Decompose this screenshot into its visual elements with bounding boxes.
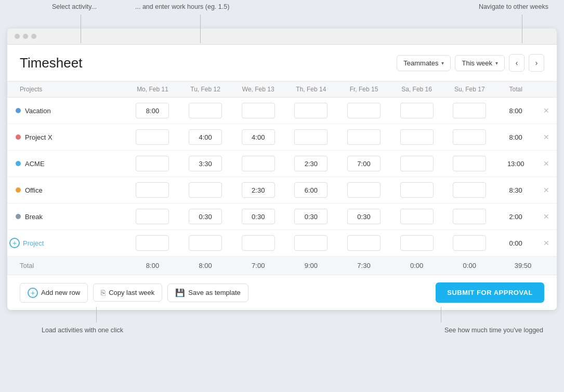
add-new-row-button[interactable]: + Add new row bbox=[20, 283, 88, 303]
prev-week-button[interactable]: ‹ bbox=[509, 54, 524, 72]
remove-row-button-3[interactable]: ✕ bbox=[540, 186, 553, 194]
add-row-remove[interactable]: ✕ bbox=[535, 230, 557, 256]
next-week-button[interactable]: › bbox=[529, 54, 544, 72]
time-cell-r0-d5[interactable] bbox=[390, 98, 443, 124]
time-input-r4-d0[interactable] bbox=[136, 209, 169, 224]
add-time-cell-d4[interactable] bbox=[337, 230, 390, 256]
time-input-r1-d2[interactable] bbox=[242, 129, 275, 145]
time-input-r4-d1[interactable] bbox=[189, 209, 222, 224]
copy-last-week-button[interactable]: ⎘ Copy last week bbox=[93, 283, 162, 302]
time-input-r0-d4[interactable] bbox=[347, 103, 381, 118]
time-input-r0-d6[interactable] bbox=[453, 103, 486, 118]
remove-row-button-2[interactable]: ✕ bbox=[540, 159, 553, 168]
add-time-input-d5[interactable] bbox=[400, 235, 434, 251]
add-time-cell-d6[interactable] bbox=[443, 230, 496, 256]
time-input-r4-d2[interactable] bbox=[242, 209, 275, 224]
week-dropdown[interactable]: This week ▾ bbox=[455, 55, 505, 71]
time-cell-r1-d0[interactable] bbox=[126, 124, 179, 151]
time-input-r3-d0[interactable] bbox=[136, 182, 169, 198]
remove-cell-4[interactable]: ✕ bbox=[535, 204, 557, 230]
time-cell-r2-d5[interactable] bbox=[390, 151, 443, 177]
time-input-r0-d3[interactable] bbox=[294, 103, 327, 118]
time-input-r1-d1[interactable] bbox=[189, 129, 222, 145]
time-cell-r2-d1[interactable] bbox=[179, 151, 232, 177]
time-input-r3-d2[interactable] bbox=[242, 182, 275, 198]
time-cell-r0-d1[interactable] bbox=[179, 98, 232, 124]
remove-cell-2[interactable]: ✕ bbox=[535, 151, 557, 177]
teammates-dropdown[interactable]: Teammates ▾ bbox=[397, 55, 451, 71]
time-cell-r0-d4[interactable] bbox=[337, 98, 390, 124]
time-cell-r3-d1[interactable] bbox=[179, 177, 232, 204]
time-cell-r4-d3[interactable] bbox=[285, 204, 338, 230]
add-time-cell-d1[interactable] bbox=[179, 230, 232, 256]
remove-cell-3[interactable]: ✕ bbox=[535, 177, 557, 204]
time-input-r3-d1[interactable] bbox=[189, 182, 222, 198]
add-project-cell[interactable]: + Project bbox=[7, 230, 126, 256]
time-cell-r0-d0[interactable] bbox=[126, 98, 179, 124]
time-input-r4-d3[interactable] bbox=[294, 209, 327, 224]
time-input-r1-d6[interactable] bbox=[453, 129, 486, 145]
time-cell-r2-d4[interactable] bbox=[337, 151, 390, 177]
time-input-r2-d2[interactable] bbox=[242, 156, 275, 171]
time-input-r0-d5[interactable] bbox=[400, 103, 434, 118]
time-cell-r4-d0[interactable] bbox=[126, 204, 179, 230]
time-cell-r1-d3[interactable] bbox=[285, 124, 338, 151]
add-time-cell-d0[interactable] bbox=[126, 230, 179, 256]
time-cell-r2-d2[interactable] bbox=[232, 151, 285, 177]
remove-row-button-4[interactable]: ✕ bbox=[540, 212, 553, 221]
time-cell-r3-d5[interactable] bbox=[390, 177, 443, 204]
add-time-input-d4[interactable] bbox=[347, 235, 381, 251]
time-input-r4-d6[interactable] bbox=[453, 209, 486, 224]
add-time-cell-d3[interactable] bbox=[285, 230, 338, 256]
time-cell-r2-d3[interactable] bbox=[285, 151, 338, 177]
time-input-r1-d0[interactable] bbox=[136, 129, 169, 145]
time-input-r2-d1[interactable] bbox=[189, 156, 222, 171]
time-cell-r4-d6[interactable] bbox=[443, 204, 496, 230]
time-input-r1-d4[interactable] bbox=[347, 129, 381, 145]
time-input-r1-d3[interactable] bbox=[294, 129, 327, 145]
time-input-r3-d5[interactable] bbox=[400, 182, 434, 198]
add-time-input-d6[interactable] bbox=[453, 235, 486, 251]
time-input-r2-d6[interactable] bbox=[453, 156, 486, 171]
time-cell-r0-d6[interactable] bbox=[443, 98, 496, 124]
time-cell-r4-d4[interactable] bbox=[337, 204, 390, 230]
time-input-r3-d4[interactable] bbox=[347, 182, 381, 198]
time-cell-r0-d2[interactable] bbox=[232, 98, 285, 124]
time-cell-r3-d6[interactable] bbox=[443, 177, 496, 204]
time-cell-r3-d3[interactable] bbox=[285, 177, 338, 204]
time-cell-r1-d1[interactable] bbox=[179, 124, 232, 151]
time-input-r2-d4[interactable] bbox=[347, 156, 381, 171]
time-input-r0-d0[interactable] bbox=[136, 103, 169, 118]
time-cell-r1-d2[interactable] bbox=[232, 124, 285, 151]
time-cell-r4-d1[interactable] bbox=[179, 204, 232, 230]
time-input-r4-d5[interactable] bbox=[400, 209, 434, 224]
time-input-r3-d3[interactable] bbox=[294, 182, 327, 198]
time-cell-r1-d4[interactable] bbox=[337, 124, 390, 151]
time-cell-r3-d4[interactable] bbox=[337, 177, 390, 204]
time-cell-r2-d0[interactable] bbox=[126, 151, 179, 177]
time-input-r0-d1[interactable] bbox=[189, 103, 222, 118]
remove-row-button-0[interactable]: ✕ bbox=[540, 106, 553, 115]
add-time-input-d0[interactable] bbox=[136, 235, 169, 251]
time-cell-r1-d5[interactable] bbox=[390, 124, 443, 151]
time-input-r2-d0[interactable] bbox=[136, 156, 169, 171]
time-cell-r3-d0[interactable] bbox=[126, 177, 179, 204]
time-cell-r3-d2[interactable] bbox=[232, 177, 285, 204]
add-time-input-d3[interactable] bbox=[294, 235, 327, 251]
time-cell-r4-d2[interactable] bbox=[232, 204, 285, 230]
time-input-r2-d5[interactable] bbox=[400, 156, 434, 171]
remove-cell-0[interactable]: ✕ bbox=[535, 98, 557, 124]
time-input-r3-d6[interactable] bbox=[453, 182, 486, 198]
time-cell-r0-d3[interactable] bbox=[285, 98, 338, 124]
time-input-r1-d5[interactable] bbox=[400, 129, 434, 145]
submit-for-approval-button[interactable]: SUBMIT FOR APPROVAL bbox=[436, 282, 544, 303]
time-cell-r2-d6[interactable] bbox=[443, 151, 496, 177]
time-input-r0-d2[interactable] bbox=[242, 103, 275, 118]
add-time-input-d1[interactable] bbox=[189, 235, 222, 251]
remove-row-button-1[interactable]: ✕ bbox=[540, 133, 553, 141]
time-cell-r1-d6[interactable] bbox=[443, 124, 496, 151]
add-project-button[interactable]: + Project bbox=[9, 238, 44, 248]
time-input-r2-d3[interactable] bbox=[294, 156, 327, 171]
time-input-r4-d4[interactable] bbox=[347, 209, 381, 224]
add-time-input-d2[interactable] bbox=[242, 235, 275, 251]
